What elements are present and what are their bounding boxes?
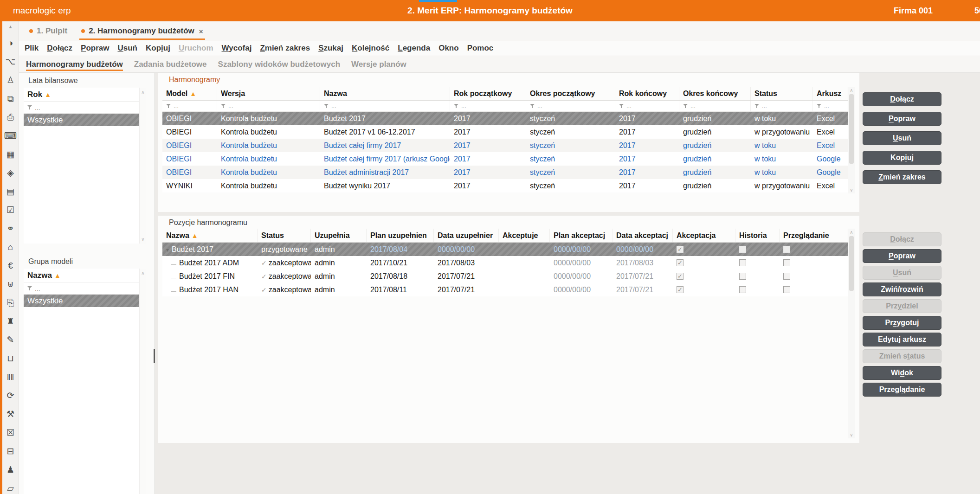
scroll-down-icon[interactable]: ∨ (848, 187, 855, 192)
filter-cell[interactable]: ... (751, 101, 813, 111)
column-header-wersja[interactable]: Wersja (217, 87, 320, 100)
positions-zwiń-rozwiń-button[interactable]: Zwiń/rozwiń (863, 282, 941, 296)
checkbox-przegladanie[interactable] (783, 286, 790, 293)
listbox-column-header[interactable]: Nazwa▲ (24, 269, 146, 282)
column-header-akceptuje[interactable]: Akceptuje (499, 229, 550, 242)
basket-icon[interactable]: ⊎ (2, 279, 19, 289)
filter-cell[interactable]: ... (679, 101, 751, 111)
menu-item-kolejność[interactable]: Kolejność (352, 44, 389, 53)
calculator-icon[interactable]: ▦ (2, 149, 19, 160)
checkbox-akceptacja[interactable] (677, 246, 683, 253)
column-header-nazwa[interactable]: Nazwa (320, 87, 450, 100)
column-header-arkusz[interactable]: Arkusz (813, 87, 847, 100)
schedules-zmień-zakres-button[interactable]: Zmień zakres (863, 170, 941, 184)
menu-item-pomoc[interactable]: Pomoc (467, 44, 494, 53)
collapse-icon[interactable]: ▾ (166, 247, 169, 253)
scroll-down-icon[interactable]: ∨ (140, 237, 146, 242)
filter-cell[interactable]: ... (320, 101, 450, 111)
listbox-filter-input[interactable]: ... (24, 102, 139, 114)
scroll-up-icon[interactable]: ∧ (140, 270, 146, 276)
checkbox-przegladanie[interactable] (783, 273, 790, 280)
checkbox-historia[interactable] (739, 259, 746, 266)
warehouse-icon[interactable]: ⌂ (2, 242, 19, 252)
scrollbar-thumb[interactable] (849, 236, 854, 291)
menu-item-kopiuj[interactable]: Kopiuj (146, 44, 170, 53)
position-row[interactable]: Budżet 2017 HAN✓zaakceptowaneadmin2017/0… (162, 283, 848, 296)
users-icon[interactable]: ♟ (2, 465, 19, 475)
menu-item-plik[interactable]: Plik (25, 44, 39, 53)
scrollbar-thumb[interactable] (849, 94, 854, 164)
checkbox-historia[interactable] (739, 246, 746, 253)
euro-icon[interactable]: € (2, 261, 19, 271)
schedules-usuń-button[interactable]: Usuń (863, 131, 941, 145)
close-tab-icon[interactable]: × (199, 27, 203, 35)
schedules-kopiuj-button[interactable]: Kopiuj (863, 151, 941, 165)
clipboard-calc-icon[interactable]: ⎘ (2, 298, 19, 308)
checkbox-akceptacja[interactable] (677, 273, 683, 280)
filter-cell[interactable]: ... (526, 101, 615, 111)
listbox-scrollbar[interactable]: ∧ (139, 269, 146, 494)
puzzle-icon[interactable]: ⧉ (2, 94, 19, 104)
filter-cell[interactable]: ... (217, 101, 320, 111)
schedule-row[interactable]: OBIEGIKontrola budżetuBudżet 20172017sty… (162, 112, 848, 125)
checkbox-historia[interactable] (739, 286, 746, 293)
column-header-nazwa[interactable]: Nazwa▲ (162, 229, 258, 242)
positions-table-scrollbar[interactable]: ∧ ∨ (848, 229, 855, 438)
schedule-row[interactable]: WYNIKIKontrola budżetuBudżet wyniku 2017… (162, 179, 848, 192)
user-shield-icon[interactable]: ♙ (2, 75, 19, 85)
column-header-status[interactable]: Status (258, 229, 311, 242)
truck-icon[interactable]: ⊟ (2, 446, 19, 456)
column-header-data-akceptacj[interactable]: Data akceptacj (612, 229, 673, 242)
diamond-icon[interactable]: ◈ (2, 168, 19, 178)
list-item-wszystkie[interactable]: Wszystkie (24, 295, 139, 307)
filter-cell[interactable]: ... (162, 101, 217, 111)
column-header-akceptacja[interactable]: Akceptacja (673, 229, 735, 242)
menu-item-usuń[interactable]: Usuń (117, 44, 137, 53)
scroll-up-icon[interactable]: ∧ (140, 90, 146, 95)
checkbox-akceptacja[interactable] (677, 259, 683, 266)
scroll-up-icon[interactable]: ∧ (848, 230, 855, 235)
position-row[interactable]: ▾Budżet 2017przygotowaneadmin2017/08/040… (162, 243, 848, 256)
column-header-rok-końcowy[interactable]: Rok końcowy (615, 87, 679, 100)
card-icon[interactable]: ▤ (2, 186, 19, 197)
schedule-row[interactable]: OBIEGIKontrola budżetuBudżet 2017 v1 06-… (162, 125, 848, 139)
org-chart-icon[interactable]: ⌥ (2, 57, 19, 67)
schedule-row[interactable]: OBIEGIKontrola budżetuBudżet całej firmy… (162, 152, 848, 166)
filter-cell[interactable]: ... (450, 101, 526, 111)
schedule-row[interactable]: OBIEGIKontrola budżetuBudżet całej firmy… (162, 139, 848, 152)
menu-item-dołącz[interactable]: Dołącz (47, 44, 72, 53)
menu-item-popraw[interactable]: Popraw (81, 44, 109, 53)
column-header-data-uzupełnier[interactable]: Data uzupełnier (434, 229, 499, 242)
tab-wersje-planów[interactable]: Wersje planów (351, 56, 406, 72)
handshake-icon[interactable]: ⚭ (2, 224, 19, 234)
positions-przygotuj-button[interactable]: Przygotuj (863, 316, 941, 330)
positions-popraw-button[interactable]: Popraw (863, 249, 941, 263)
column-header-rok-początkowy[interactable]: Rok początkowy (450, 87, 526, 100)
column-header-przeglądanie[interactable]: Przeglądanie (780, 229, 847, 242)
checkbox-przegladanie[interactable] (783, 246, 790, 253)
bag-icon[interactable]: ⊔ (2, 353, 19, 364)
schedules-table-scrollbar[interactable]: ∧ ∨ (848, 87, 855, 193)
window-tab-1-pulpit[interactable]: 1. Pulpit (26, 21, 71, 41)
position-row[interactable]: Budżet 2017 FIN✓zaakceptowaneadmin2017/0… (162, 269, 848, 283)
tab-szablony-widoków-budżetowych[interactable]: Szablony widoków budżetowych (218, 56, 341, 72)
wallet-icon[interactable]: ▱ (2, 483, 19, 494)
column-header-okres-końcowy[interactable]: Okres końcowy (679, 87, 751, 100)
menu-item-okno[interactable]: Okno (438, 44, 458, 53)
column-header-model[interactable]: Model▲ (162, 87, 217, 100)
checkbox-akceptacja[interactable] (677, 286, 683, 293)
filter-cell[interactable]: ... (615, 101, 679, 111)
rail-scroll-up-icon[interactable]: ▴ (2, 23, 19, 30)
document-refresh-icon[interactable]: ⟳ (2, 391, 19, 401)
column-header-uzupełnia[interactable]: Uzupełnia (311, 229, 367, 242)
menu-item-legenda[interactable]: Legenda (398, 44, 430, 53)
schedules-dołącz-button[interactable]: Dołącz (863, 92, 941, 106)
filter-cell[interactable]: ... (813, 101, 847, 111)
trash-icon[interactable]: ☒ (2, 428, 19, 438)
print-document-icon[interactable]: ⎙ (2, 112, 19, 122)
positions-widok-button[interactable]: Widok (863, 366, 941, 380)
list-item-wszystkie[interactable]: Wszystkie (24, 114, 139, 126)
scroll-up-icon[interactable]: ∧ (848, 88, 855, 93)
schedules-popraw-button[interactable]: Popraw (863, 112, 941, 126)
tab-zadania-budżetowe[interactable]: Zadania budżetowe (134, 56, 207, 72)
